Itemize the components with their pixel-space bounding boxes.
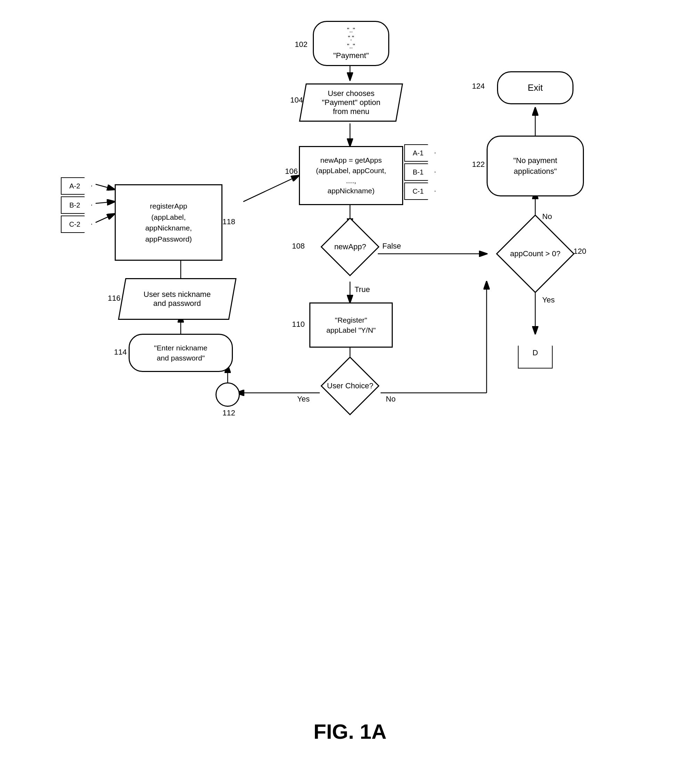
figure-title: FIG. 1A [0, 720, 700, 744]
new-app-label: newApp? [320, 231, 381, 263]
yes-choice-label: Yes [297, 395, 310, 404]
ref-116: 116 [108, 294, 120, 303]
svg-line-20 [95, 184, 115, 189]
connector-a1: A-1 [404, 144, 436, 162]
register-app-node: registerApp(appLabel,appNickname,appPass… [115, 184, 222, 261]
app-count-label: appCount > 0? [494, 233, 577, 275]
ref-112: 112 [222, 408, 235, 417]
svg-line-10 [243, 175, 299, 202]
payment-label: "Payment" [333, 51, 369, 61]
flowchart-diagram: ".." "." ".." "Payment" 102 User chooses… [0, 0, 700, 695]
no-count-label: No [542, 212, 552, 221]
connector-c1: C-1 [404, 183, 436, 200]
connector-b2: B-2 [61, 197, 92, 214]
false-label: False [382, 242, 401, 251]
ref-114: 114 [114, 348, 127, 357]
register-prompt-node: "Register"appLabel "Y/N" [309, 302, 393, 348]
enter-nickname-node: "Enter nicknameand password" [129, 334, 233, 372]
svg-line-21 [95, 202, 115, 203]
svg-line-22 [95, 214, 115, 222]
ref-120: 120 [573, 247, 586, 256]
true-label: True [355, 285, 370, 294]
ref-110: 110 [292, 320, 305, 329]
connector-d: D [518, 334, 553, 369]
connector-a2: A-2 [61, 177, 92, 195]
user-chooses-node: User chooses"Payment" optionfrom menu [302, 83, 400, 122]
ref-106: 106 [285, 167, 298, 176]
exit-node: Exit [497, 71, 573, 104]
user-choice-label: User Choice? [316, 370, 384, 402]
connector-112 [216, 383, 240, 407]
no-payment-node: "No paymentapplications" [487, 136, 584, 197]
ref-124: 124 [472, 82, 485, 91]
connector-c2: C-2 [61, 216, 92, 233]
ref-122: 122 [472, 160, 485, 169]
ref-102: 102 [295, 40, 308, 49]
ref-104: 104 [290, 95, 303, 105]
get-apps-node: newApp = getApps(appLabel, appCount,....… [299, 146, 403, 205]
ref-108: 108 [292, 242, 305, 251]
yes-count-label: Yes [542, 295, 555, 305]
connector-b1: B-1 [404, 163, 436, 181]
user-sets-node: User sets nicknameand password [122, 278, 233, 320]
no-choice-label: No [386, 395, 395, 404]
ref-118: 118 [222, 217, 235, 226]
payment-start-node: ".." "." ".." "Payment" [313, 21, 389, 66]
